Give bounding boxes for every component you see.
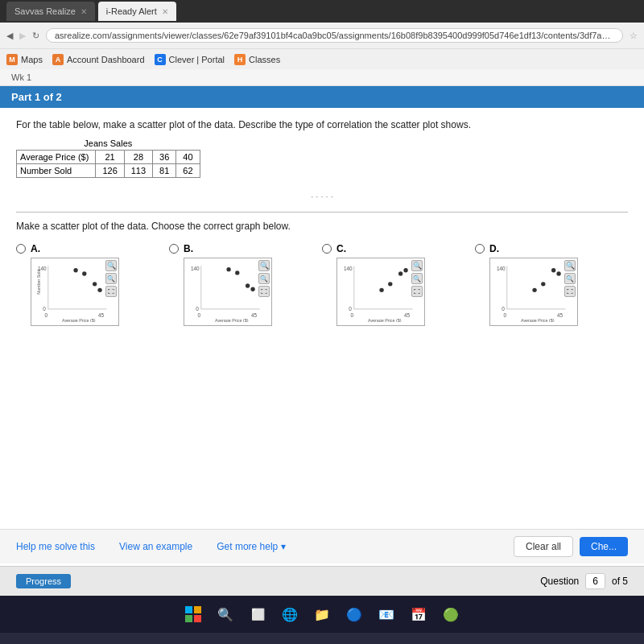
svg-text:140: 140 xyxy=(344,266,353,271)
refresh-icon[interactable]: ↻ xyxy=(32,31,39,41)
bookmark-clever[interactable]: C Clever | Portal xyxy=(155,54,225,65)
calendar-icon[interactable]: 📅 xyxy=(407,603,430,625)
option-d-letter: D. xyxy=(489,243,499,254)
data-table: Jeans Sales Average Price ($) 21 28 36 4… xyxy=(16,138,200,178)
graph-c-svg: 140 0 0 45 Average Price ($) xyxy=(341,262,421,322)
svg-point-8 xyxy=(73,268,77,272)
more-help-link[interactable]: Get more help ▾ xyxy=(217,541,285,552)
expand-d[interactable]: ⛶ xyxy=(564,286,576,297)
svg-point-43 xyxy=(551,268,555,272)
tab-close-savvas[interactable]: ✕ xyxy=(80,7,87,16)
table-caption: Jeans Sales xyxy=(16,138,200,148)
zoom-in-c[interactable]: 🔍 xyxy=(411,260,423,271)
svg-point-21 xyxy=(246,283,250,287)
question-text: For the table below, make a scatter plot… xyxy=(16,119,628,130)
windows-start-button[interactable] xyxy=(182,603,204,625)
svg-point-22 xyxy=(250,287,254,291)
svg-text:45: 45 xyxy=(557,312,564,318)
tab-label-iready: i-Ready Alert xyxy=(106,6,157,16)
option-c[interactable]: C. 140 0 0 45 Average Price ($) xyxy=(322,243,467,326)
graph-a-svg: 140 0 0 45 Number Sold Average Price ($) xyxy=(35,262,115,322)
zoom-out-c[interactable]: 🔍 xyxy=(411,273,423,284)
bookmark-account[interactable]: A Account Dashboard xyxy=(52,54,145,65)
zoom-in-d[interactable]: 🔍 xyxy=(564,260,576,271)
svg-text:Average Price ($): Average Price ($) xyxy=(62,318,96,322)
tab-label-savvas: Savvas Realize xyxy=(14,6,76,16)
bottom-toolbar: Help me solve this View an example Get m… xyxy=(0,529,644,564)
scatter-instruction: Make a scatter plot of the data. Choose … xyxy=(16,221,628,232)
svg-text:Average Price ($): Average Price ($) xyxy=(368,318,402,322)
expand-a[interactable]: ⛶ xyxy=(105,286,117,297)
svg-point-42 xyxy=(541,282,545,286)
divider xyxy=(16,212,628,213)
bookmark-classes[interactable]: H Classes xyxy=(234,54,280,65)
edge-icon[interactable]: 🌐 xyxy=(279,603,301,625)
bookmark-clever-icon: C xyxy=(155,54,166,65)
chrome-icon[interactable]: 🔵 xyxy=(343,603,365,625)
svg-text:140: 140 xyxy=(191,266,200,271)
url-bar[interactable]: asrealize.com/assignments/viewer/classes… xyxy=(46,28,623,43)
back-icon[interactable]: ◀ xyxy=(6,31,13,41)
bookmark-maps-label: Maps xyxy=(21,55,43,64)
check-button[interactable]: Che... xyxy=(580,537,628,556)
help-solve-link[interactable]: Help me solve this xyxy=(16,541,95,552)
zoom-out-b[interactable]: 🔍 xyxy=(258,273,270,284)
radio-a[interactable] xyxy=(16,244,26,254)
option-b[interactable]: B. 140 0 0 45 Average Price ($) xyxy=(169,243,314,326)
view-example-link[interactable]: View an example xyxy=(119,541,192,552)
table-cell: 21 xyxy=(96,151,124,164)
zoom-out-d[interactable]: 🔍 xyxy=(564,273,576,284)
question-nav: Question 6 of 5 xyxy=(540,573,628,589)
chrome2-icon[interactable]: 🟢 xyxy=(440,603,462,625)
svg-point-10 xyxy=(93,282,97,286)
tab-savvas[interactable]: Savvas Realize ✕ xyxy=(6,2,95,21)
table-data-row: Number Sold 126 113 81 62 xyxy=(17,164,200,178)
bookmark-maps[interactable]: M Maps xyxy=(6,54,43,65)
star-icon[interactable]: ☆ xyxy=(630,31,638,41)
table-cell: 28 xyxy=(124,151,152,164)
svg-text:0: 0 xyxy=(502,306,505,312)
radio-d[interactable] xyxy=(475,244,485,254)
expand-b[interactable]: ⛶ xyxy=(258,286,270,297)
table-cell: 62 xyxy=(176,164,200,178)
taskbar: 🔍 ⬜ 🌐 📁 🔵 📧 📅 🟢 xyxy=(0,596,644,633)
zoom-in-a[interactable]: 🔍 xyxy=(105,260,117,271)
progress-bar: Progress Question 6 of 5 xyxy=(0,566,644,596)
tab-iready[interactable]: i-Ready Alert ✕ xyxy=(98,2,176,21)
svg-point-41 xyxy=(532,288,536,292)
mail-icon[interactable]: 📧 xyxy=(375,603,398,625)
option-d-label-row: D. xyxy=(475,243,499,254)
taskview-icon[interactable]: ⬜ xyxy=(246,603,269,625)
graph-a: 140 0 0 45 Number Sold Average Price ($) xyxy=(31,258,119,326)
breadcrumb: Wk 1 xyxy=(0,69,644,86)
radio-b[interactable] xyxy=(169,244,179,254)
option-d[interactable]: D. 140 0 0 45 Average Price ($) xyxy=(475,243,620,326)
graph-b: 140 0 0 45 Average Price ($) xyxy=(184,258,272,326)
graph-c-controls: 🔍 🔍 ⛶ xyxy=(411,260,423,297)
svg-point-32 xyxy=(398,271,402,275)
tab-close-iready[interactable]: ✕ xyxy=(162,7,168,16)
clear-all-button[interactable]: Clear all xyxy=(514,536,573,557)
graph-b-svg: 140 0 0 45 Average Price ($) xyxy=(188,262,268,322)
progress-button[interactable]: Progress xyxy=(16,574,71,588)
svg-text:0: 0 xyxy=(198,312,201,318)
main-content: Wk 1 Part 1 of 2 For the table below, ma… xyxy=(0,69,644,596)
svg-point-19 xyxy=(226,267,230,271)
file-explorer-icon[interactable]: 📁 xyxy=(311,603,333,625)
svg-text:0: 0 xyxy=(351,312,354,318)
svg-text:140: 140 xyxy=(497,266,506,271)
option-a[interactable]: A. 140 0 0 45 xyxy=(16,243,161,326)
svg-text:45: 45 xyxy=(251,312,258,318)
zoom-in-b[interactable]: 🔍 xyxy=(258,260,270,271)
zoom-out-a[interactable]: 🔍 xyxy=(105,273,117,284)
radio-c[interactable] xyxy=(322,244,332,254)
part-header: Part 1 of 2 xyxy=(0,86,644,108)
forward-icon[interactable]: ▶ xyxy=(19,31,26,41)
svg-text:0: 0 xyxy=(504,312,507,318)
expand-c[interactable]: ⛶ xyxy=(411,286,423,297)
content-area: For the table below, make a scatter plot… xyxy=(0,108,644,345)
search-taskbar-icon[interactable]: 🔍 xyxy=(214,603,237,625)
option-b-label-row: B. xyxy=(169,243,193,254)
table-header-row: Average Price ($) 21 28 36 40 xyxy=(17,151,200,164)
of-label: of 5 xyxy=(612,576,628,587)
